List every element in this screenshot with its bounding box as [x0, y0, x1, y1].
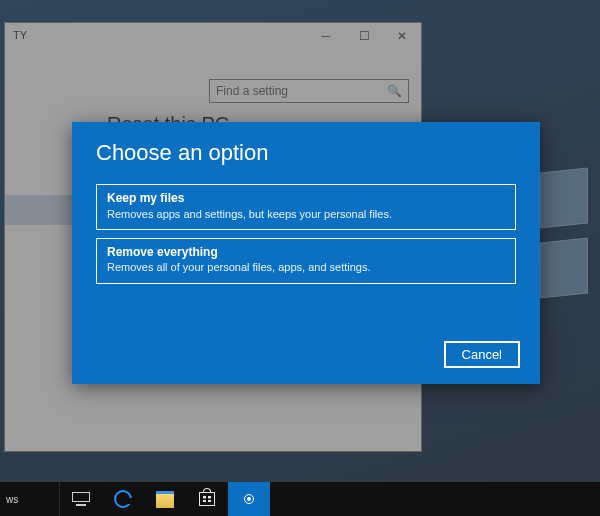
option-keep-my-files[interactable]: Keep my files Removes apps and settings,… — [96, 184, 516, 230]
store-icon — [199, 492, 215, 506]
file-explorer-button[interactable] — [144, 482, 186, 516]
settings-app-button[interactable] — [228, 482, 270, 516]
dialog-title: Choose an option — [72, 122, 540, 176]
taskbar-left-label: ws — [0, 482, 60, 516]
reset-dialog: Choose an option Keep my files Removes a… — [72, 122, 540, 384]
task-view-button[interactable] — [60, 482, 102, 516]
store-button[interactable] — [186, 482, 228, 516]
gear-icon — [241, 491, 257, 507]
option-remove-everything[interactable]: Remove everything Removes all of your pe… — [96, 238, 516, 284]
desktop: TY ─ ☐ ✕ Find a setting 🔍 Reset this PC … — [0, 0, 600, 516]
edge-icon — [114, 490, 132, 508]
cancel-button[interactable]: Cancel — [444, 341, 520, 368]
option-title: Keep my files — [107, 191, 505, 207]
edge-browser-button[interactable] — [102, 482, 144, 516]
option-description: Removes apps and settings, but keeps you… — [107, 207, 505, 221]
taskbar: ws — [0, 482, 600, 516]
task-view-icon — [72, 492, 90, 506]
option-title: Remove everything — [107, 245, 505, 261]
folder-icon — [156, 491, 174, 508]
option-description: Removes all of your personal files, apps… — [107, 260, 505, 274]
